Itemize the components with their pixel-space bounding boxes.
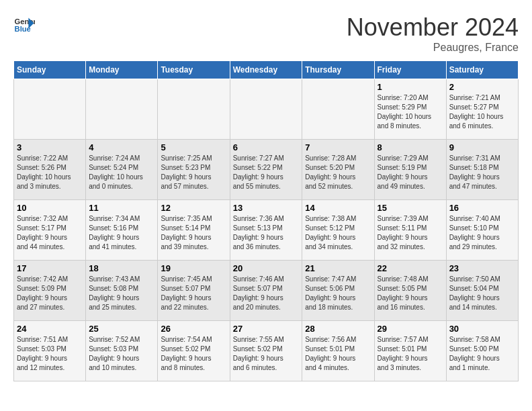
calendar-cell: 4Sunrise: 7:24 AM Sunset: 5:24 PM Daylig… [86, 140, 158, 200]
day-info: Sunrise: 7:31 AM Sunset: 5:18 PM Dayligh… [449, 154, 515, 191]
day-number: 2 [449, 82, 515, 92]
day-info: Sunrise: 7:21 AM Sunset: 5:27 PM Dayligh… [449, 93, 515, 131]
day-info: Sunrise: 7:24 AM Sunset: 5:24 PM Dayligh… [89, 154, 154, 191]
month-title: November 2024 [347, 13, 519, 42]
weekday-header-row: SundayMondayTuesdayWednesdayThursdayFrid… [14, 61, 519, 79]
calendar-cell: 17Sunrise: 7:42 AM Sunset: 5:09 PM Dayli… [14, 261, 86, 321]
day-number: 24 [17, 324, 83, 334]
calendar-cell: 26Sunrise: 7:54 AM Sunset: 5:02 PM Dayli… [158, 321, 230, 381]
calendar-cell: 14Sunrise: 7:38 AM Sunset: 5:12 PM Dayli… [302, 200, 374, 261]
calendar-cell [230, 79, 302, 140]
calendar-cell: 13Sunrise: 7:36 AM Sunset: 5:13 PM Dayli… [230, 200, 302, 261]
day-number: 17 [17, 263, 83, 273]
day-info: Sunrise: 7:36 AM Sunset: 5:13 PM Dayligh… [233, 214, 300, 252]
day-number: 13 [233, 203, 300, 213]
day-number: 9 [449, 142, 515, 152]
day-info: Sunrise: 7:20 AM Sunset: 5:29 PM Dayligh… [378, 93, 443, 131]
day-info: Sunrise: 7:25 AM Sunset: 5:23 PM Dayligh… [161, 154, 226, 191]
day-number: 21 [305, 263, 371, 273]
weekday-header-thursday: Thursday [302, 61, 374, 79]
location: Peaugres, France [347, 42, 519, 54]
calendar-cell: 3Sunrise: 7:22 AM Sunset: 5:26 PM Daylig… [14, 140, 86, 200]
day-info: Sunrise: 7:48 AM Sunset: 5:05 PM Dayligh… [378, 275, 443, 312]
day-number: 28 [305, 324, 371, 334]
svg-text:Blue: Blue [15, 25, 31, 33]
day-info: Sunrise: 7:50 AM Sunset: 5:04 PM Dayligh… [449, 275, 515, 312]
weekday-header-wednesday: Wednesday [230, 61, 302, 79]
weekday-header-tuesday: Tuesday [158, 61, 230, 79]
day-number: 18 [89, 263, 154, 273]
day-number: 26 [161, 324, 226, 334]
day-info: Sunrise: 7:57 AM Sunset: 5:01 PM Dayligh… [378, 335, 443, 373]
day-info: Sunrise: 7:42 AM Sunset: 5:09 PM Dayligh… [17, 275, 83, 312]
day-number: 1 [378, 82, 443, 92]
day-info: Sunrise: 7:39 AM Sunset: 5:11 PM Dayligh… [378, 214, 443, 252]
calendar-cell: 27Sunrise: 7:55 AM Sunset: 5:02 PM Dayli… [230, 321, 302, 381]
day-number: 6 [233, 142, 300, 152]
calendar-table: SundayMondayTuesdayWednesdayThursdayFrid… [13, 60, 519, 381]
calendar-cell: 7Sunrise: 7:28 AM Sunset: 5:20 PM Daylig… [302, 140, 374, 200]
calendar-cell: 29Sunrise: 7:57 AM Sunset: 5:01 PM Dayli… [374, 321, 446, 381]
day-number: 15 [378, 203, 443, 213]
day-info: Sunrise: 7:34 AM Sunset: 5:16 PM Dayligh… [89, 214, 154, 252]
calendar-cell: 19Sunrise: 7:45 AM Sunset: 5:07 PM Dayli… [158, 261, 230, 321]
day-number: 14 [305, 203, 371, 213]
day-info: Sunrise: 7:38 AM Sunset: 5:12 PM Dayligh… [305, 214, 371, 252]
calendar-week-row: 3Sunrise: 7:22 AM Sunset: 5:26 PM Daylig… [14, 140, 519, 200]
day-info: Sunrise: 7:29 AM Sunset: 5:19 PM Dayligh… [378, 154, 443, 191]
day-number: 11 [89, 203, 154, 213]
calendar-cell [302, 79, 374, 140]
day-number: 3 [17, 142, 83, 152]
day-info: Sunrise: 7:43 AM Sunset: 5:08 PM Dayligh… [89, 275, 154, 312]
calendar-cell: 1Sunrise: 7:20 AM Sunset: 5:29 PM Daylig… [374, 79, 446, 140]
calendar-header: SundayMondayTuesdayWednesdayThursdayFrid… [14, 61, 519, 79]
calendar-cell [14, 79, 86, 140]
day-info: Sunrise: 7:32 AM Sunset: 5:17 PM Dayligh… [17, 214, 83, 252]
calendar-week-row: 17Sunrise: 7:42 AM Sunset: 5:09 PM Dayli… [14, 261, 519, 321]
calendar-week-row: 24Sunrise: 7:51 AM Sunset: 5:03 PM Dayli… [14, 321, 519, 381]
day-info: Sunrise: 7:52 AM Sunset: 5:03 PM Dayligh… [89, 335, 154, 373]
day-number: 16 [449, 203, 515, 213]
calendar-cell: 23Sunrise: 7:50 AM Sunset: 5:04 PM Dayli… [446, 261, 518, 321]
calendar-cell: 6Sunrise: 7:27 AM Sunset: 5:22 PM Daylig… [230, 140, 302, 200]
day-number: 23 [449, 263, 515, 273]
day-info: Sunrise: 7:46 AM Sunset: 5:07 PM Dayligh… [233, 275, 300, 312]
day-info: Sunrise: 7:54 AM Sunset: 5:02 PM Dayligh… [161, 335, 226, 373]
day-info: Sunrise: 7:58 AM Sunset: 5:00 PM Dayligh… [449, 335, 515, 373]
calendar-cell: 24Sunrise: 7:51 AM Sunset: 5:03 PM Dayli… [14, 321, 86, 381]
day-number: 29 [378, 324, 443, 334]
day-info: Sunrise: 7:22 AM Sunset: 5:26 PM Dayligh… [17, 154, 83, 191]
logo-icon: General Blue [13, 13, 35, 35]
day-info: Sunrise: 7:45 AM Sunset: 5:07 PM Dayligh… [161, 275, 226, 312]
day-number: 7 [305, 142, 371, 152]
calendar-cell: 15Sunrise: 7:39 AM Sunset: 5:11 PM Dayli… [374, 200, 446, 261]
day-info: Sunrise: 7:28 AM Sunset: 5:20 PM Dayligh… [305, 154, 371, 191]
day-info: Sunrise: 7:56 AM Sunset: 5:01 PM Dayligh… [305, 335, 371, 373]
day-number: 8 [378, 142, 443, 152]
title-block: November 2024 Peaugres, France [347, 13, 519, 54]
calendar-week-row: 1Sunrise: 7:20 AM Sunset: 5:29 PM Daylig… [14, 79, 519, 140]
day-info: Sunrise: 7:27 AM Sunset: 5:22 PM Dayligh… [233, 154, 300, 191]
weekday-header-friday: Friday [374, 61, 446, 79]
calendar-cell: 28Sunrise: 7:56 AM Sunset: 5:01 PM Dayli… [302, 321, 374, 381]
day-number: 19 [161, 263, 226, 273]
day-info: Sunrise: 7:35 AM Sunset: 5:14 PM Dayligh… [161, 214, 226, 252]
calendar-week-row: 10Sunrise: 7:32 AM Sunset: 5:17 PM Dayli… [14, 200, 519, 261]
day-number: 12 [161, 203, 226, 213]
calendar-cell: 5Sunrise: 7:25 AM Sunset: 5:23 PM Daylig… [158, 140, 230, 200]
day-number: 10 [17, 203, 83, 213]
day-number: 22 [378, 263, 443, 273]
calendar-cell: 10Sunrise: 7:32 AM Sunset: 5:17 PM Dayli… [14, 200, 86, 261]
day-number: 30 [449, 324, 515, 334]
calendar-cell: 9Sunrise: 7:31 AM Sunset: 5:18 PM Daylig… [446, 140, 518, 200]
day-number: 27 [233, 324, 300, 334]
day-info: Sunrise: 7:47 AM Sunset: 5:06 PM Dayligh… [305, 275, 371, 312]
calendar-cell: 11Sunrise: 7:34 AM Sunset: 5:16 PM Dayli… [86, 200, 158, 261]
calendar-cell [158, 79, 230, 140]
calendar-cell: 12Sunrise: 7:35 AM Sunset: 5:14 PM Dayli… [158, 200, 230, 261]
calendar-cell: 21Sunrise: 7:47 AM Sunset: 5:06 PM Dayli… [302, 261, 374, 321]
day-info: Sunrise: 7:55 AM Sunset: 5:02 PM Dayligh… [233, 335, 300, 373]
calendar-cell: 20Sunrise: 7:46 AM Sunset: 5:07 PM Dayli… [230, 261, 302, 321]
page-header: General Blue November 2024 Peaugres, Fra… [13, 13, 519, 54]
weekday-header-saturday: Saturday [446, 61, 518, 79]
